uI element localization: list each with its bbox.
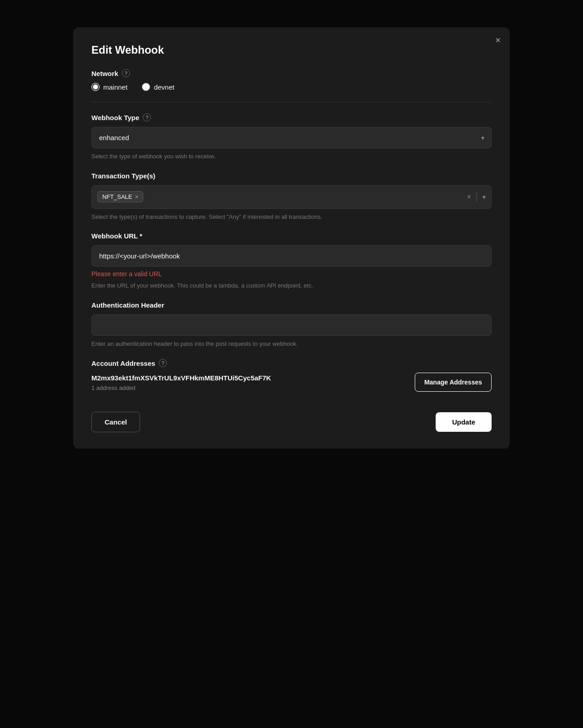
- mainnet-radio[interactable]: [91, 83, 100, 91]
- divider-1: [91, 102, 492, 102]
- tags-actions: × ▾: [467, 192, 486, 202]
- account-addresses-label: Account Addresses ?: [91, 359, 492, 367]
- devnet-radio[interactable]: [142, 83, 150, 91]
- mainnet-option[interactable]: mainnet: [91, 83, 127, 91]
- update-button[interactable]: Update: [436, 412, 492, 432]
- nft-sale-tag-label: NFT_SALE: [102, 193, 132, 200]
- cancel-button[interactable]: Cancel: [91, 412, 140, 432]
- transaction-types-input[interactable]: NFT_SALE × × ▾: [91, 185, 492, 209]
- network-label: Network ?: [91, 69, 492, 77]
- auth-header-input[interactable]: [91, 314, 492, 336]
- auth-header-label: Authentication Header: [91, 301, 492, 309]
- transaction-types-section: Transaction Type(s) NFT_SALE × × ▾ Selec…: [91, 172, 492, 222]
- webhook-type-select-wrapper: enhanced raw discord ▾: [91, 127, 492, 148]
- network-help-icon[interactable]: ?: [122, 69, 130, 77]
- webhook-type-hint: Select the type of webhook you wish to r…: [91, 152, 492, 161]
- edit-webhook-modal: × Edit Webhook Network ? mainnet devnet: [73, 27, 510, 449]
- account-info: M2mx93ekt1fmXSVkTrUL9xVFHkmME8HTUi5Cyc5a…: [91, 373, 407, 391]
- nft-sale-tag-remove[interactable]: ×: [135, 194, 139, 200]
- webhook-url-error: Please enter a valid URL: [91, 270, 492, 278]
- webhook-url-section: Webhook URL * Please enter a valid URL E…: [91, 232, 492, 290]
- nft-sale-tag: NFT_SALE ×: [97, 191, 143, 202]
- devnet-label: devnet: [154, 83, 174, 91]
- webhook-type-help-icon[interactable]: ?: [143, 113, 151, 121]
- webhook-type-label: Webhook Type ?: [91, 113, 492, 121]
- tags-divider: [477, 192, 477, 202]
- account-row: M2mx93ekt1fmXSVkTrUL9xVFHkmME8HTUi5Cyc5a…: [91, 373, 492, 392]
- manage-addresses-button[interactable]: Manage Addresses: [415, 373, 492, 392]
- account-count: 1 address added: [91, 384, 407, 391]
- close-button[interactable]: ×: [495, 35, 501, 45]
- modal-title: Edit Webhook: [91, 44, 492, 56]
- account-address: M2mx93ekt1fmXSVkTrUL9xVFHkmME8HTUi5Cyc5a…: [91, 373, 407, 383]
- webhook-type-section: Webhook Type ? enhanced raw discord ▾ Se…: [91, 113, 492, 161]
- auth-header-hint: Enter an authentication header to pass i…: [91, 339, 492, 349]
- tags-clear-icon[interactable]: ×: [467, 193, 471, 201]
- account-addresses-section: Account Addresses ? M2mx93ekt1fmXSVkTrUL…: [91, 359, 492, 392]
- webhook-url-input[interactable]: [91, 245, 492, 267]
- webhook-url-hint: Enter the URL of your webhook. This coul…: [91, 281, 492, 290]
- auth-header-section: Authentication Header Enter an authentic…: [91, 301, 492, 349]
- account-addresses-help-icon[interactable]: ?: [159, 359, 167, 367]
- devnet-option[interactable]: devnet: [142, 83, 174, 91]
- transaction-types-hint: Select the type(s) of transactions to ca…: [91, 212, 492, 222]
- tags-dropdown-icon[interactable]: ▾: [482, 193, 486, 201]
- network-section: Network ? mainnet devnet: [91, 69, 492, 91]
- mainnet-label: mainnet: [103, 83, 127, 91]
- webhook-url-label: Webhook URL *: [91, 232, 492, 240]
- webhook-type-select[interactable]: enhanced raw discord: [91, 127, 492, 148]
- network-radio-group: mainnet devnet: [91, 83, 492, 91]
- modal-footer: Cancel Update: [91, 408, 492, 432]
- transaction-types-label: Transaction Type(s): [91, 172, 492, 180]
- modal-overlay: × Edit Webhook Network ? mainnet devnet: [0, 0, 583, 728]
